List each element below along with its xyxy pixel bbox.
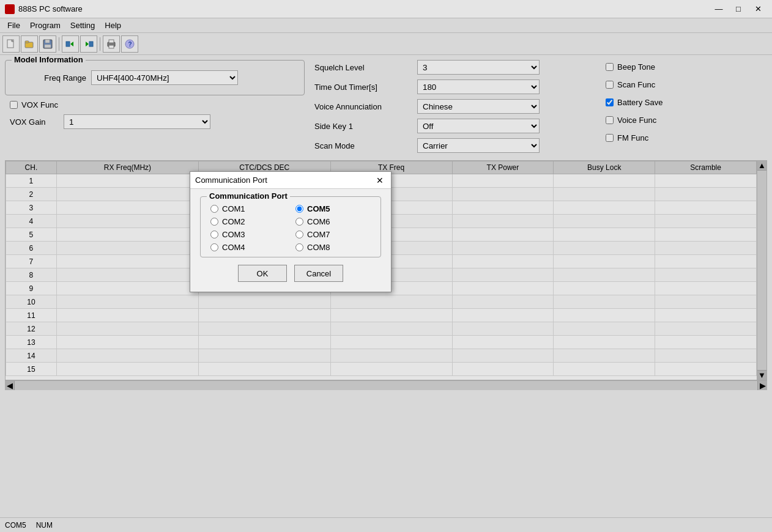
com4-radio[interactable] xyxy=(210,243,218,251)
com-port-grid: COM1 COM2 COM3 COM4 xyxy=(210,204,371,252)
com5-radio[interactable] xyxy=(295,205,303,213)
com-left-col: COM1 COM2 COM3 COM4 xyxy=(210,204,286,252)
com1-row: COM1 xyxy=(210,204,286,213)
modal-overlay: Communication Port ✕ Communication Port … xyxy=(0,0,772,532)
com-right-col: COM5 COM6 COM7 COM8 xyxy=(295,204,371,252)
dialog-title: Communication Port xyxy=(195,175,267,185)
com6-label: COM6 xyxy=(307,217,330,226)
dialog-buttons: OK Cancel xyxy=(200,265,381,284)
com2-radio[interactable] xyxy=(210,218,218,226)
com6-row: COM6 xyxy=(295,217,371,226)
ok-button[interactable]: OK xyxy=(238,265,287,282)
com7-label: COM7 xyxy=(307,230,330,239)
com5-row: COM5 xyxy=(295,204,371,213)
cancel-button[interactable]: Cancel xyxy=(294,265,343,282)
com4-label: COM4 xyxy=(222,243,245,252)
com2-label: COM2 xyxy=(222,217,245,226)
com3-label: COM3 xyxy=(222,230,245,239)
com3-row: COM3 xyxy=(210,230,286,239)
com1-radio[interactable] xyxy=(210,205,218,213)
dialog-content: Communication Port COM1 COM2 xyxy=(190,189,391,292)
com6-radio[interactable] xyxy=(295,218,303,226)
com4-row: COM4 xyxy=(210,243,286,252)
com5-label: COM5 xyxy=(307,204,330,213)
com2-row: COM2 xyxy=(210,217,286,226)
com8-radio[interactable] xyxy=(295,243,303,251)
com-port-group-title: Communication Port xyxy=(207,191,290,201)
com7-radio[interactable] xyxy=(295,231,303,238)
com7-row: COM7 xyxy=(295,230,371,239)
dialog-close-button[interactable]: ✕ xyxy=(374,174,386,187)
com3-radio[interactable] xyxy=(210,231,218,238)
com8-label: COM8 xyxy=(307,243,330,252)
dialog-titlebar: Communication Port ✕ xyxy=(190,172,391,189)
com8-row: COM8 xyxy=(295,243,371,252)
communication-port-dialog: Communication Port ✕ Communication Port … xyxy=(190,171,392,292)
com-port-group: Communication Port COM1 COM2 xyxy=(200,196,381,257)
com1-label: COM1 xyxy=(222,204,245,213)
